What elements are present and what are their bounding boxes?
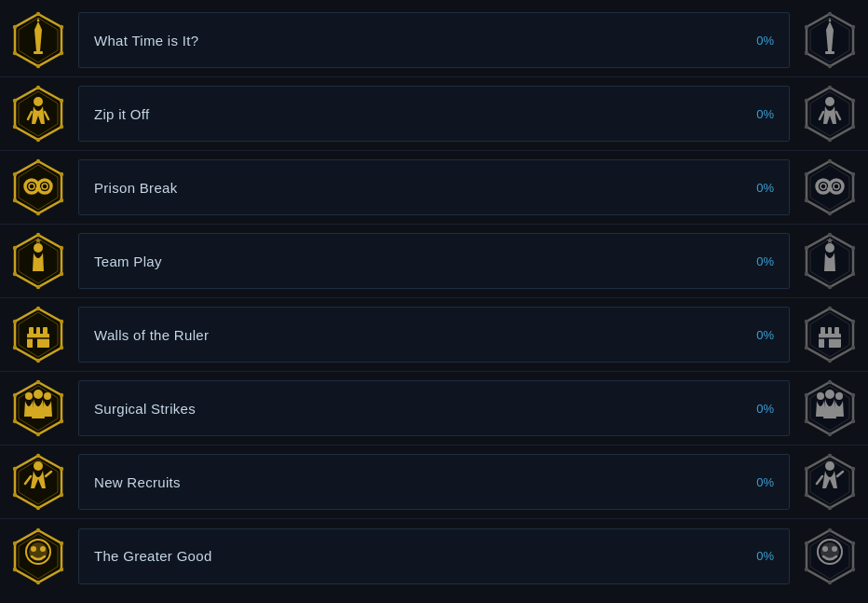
achievement-row-new-recruits[interactable]: New Recruits 0% [0,445,868,519]
achievement-name-team-play: Team Play [94,254,162,269]
svg-point-35 [828,86,832,89]
svg-point-165 [60,541,63,544]
svg-point-108 [851,346,855,349]
svg-point-123 [36,432,40,436]
svg-point-134 [828,432,832,436]
svg-point-138 [825,390,834,399]
badge-right-prison-break [792,151,868,225]
svg-rect-9 [34,51,43,54]
svg-point-133 [851,419,855,423]
svg-point-47 [60,172,63,176]
badge-right-the-greater-good [792,519,868,593]
svg-point-139 [835,392,843,400]
svg-point-6 [13,51,17,55]
svg-point-172 [31,546,36,552]
svg-point-124 [13,419,17,423]
svg-point-18 [805,25,808,29]
svg-point-143 [60,467,63,471]
achievement-name-walls-of-the-ruler: Walls of the Ruler [94,327,209,343]
achievement-content-prison-break: Prison Break 0% [78,159,790,215]
svg-rect-112 [819,334,841,348]
achievement-name-surgical-strikes: Surgical Strikes [94,401,196,417]
achievement-percent-surgical-strikes: 0% [740,402,774,416]
achievement-row-prison-break[interactable]: Prison Break 0% [0,151,868,225]
svg-rect-102 [33,338,37,348]
svg-point-93 [60,320,63,323]
svg-point-106 [828,307,832,310]
svg-point-166 [60,567,63,570]
svg-point-122 [60,419,63,423]
achievement-row-team-play[interactable]: Team Play 0% [0,225,868,298]
svg-point-59 [828,159,832,163]
achievement-content-new-recruits: New Recruits 0% [78,454,790,510]
svg-point-83 [851,246,855,250]
svg-point-148 [34,461,43,471]
svg-point-38 [828,138,832,142]
svg-point-131 [828,380,832,384]
svg-point-173 [40,546,46,552]
achievement-row-the-greater-good[interactable]: The Greater Good 0% [0,519,868,593]
svg-point-24 [36,86,40,89]
badge-right-team-play [792,225,868,298]
achievement-row-walls-of-the-ruler[interactable]: Walls of the Ruler 0% [0,298,868,372]
svg-rect-99 [29,327,34,336]
svg-point-88 [825,243,834,253]
svg-point-77 [13,246,17,250]
svg-point-142 [36,454,40,458]
svg-point-78 [34,243,43,253]
svg-point-73 [60,246,63,250]
svg-point-96 [13,346,17,349]
svg-point-111 [805,320,808,323]
svg-rect-114 [828,327,832,336]
svg-point-179 [828,580,832,583]
badge-right-what-time-is-it [792,4,868,77]
achievement-name-the-greater-good: The Greater Good [94,548,212,564]
svg-point-121 [60,393,63,397]
svg-point-110 [805,346,808,349]
achievement-row-zip-it-off[interactable]: Zip it Off 0% [0,77,868,151]
svg-point-50 [13,199,17,202]
svg-point-127 [34,390,43,399]
svg-point-72 [36,233,40,237]
svg-point-25 [60,99,63,103]
svg-point-49 [36,212,40,215]
badge-left-zip-it-off [0,77,76,151]
achievement-row-surgical-strikes[interactable]: Surgical Strikes 0% [0,372,868,445]
svg-point-37 [851,125,855,129]
svg-point-146 [13,493,17,497]
achievement-content-the-greater-good: The Greater Good 0% [78,528,790,584]
svg-point-132 [851,393,855,397]
svg-point-97 [13,320,17,323]
svg-rect-115 [834,327,839,336]
svg-point-87 [805,246,808,250]
svg-point-62 [828,212,832,215]
svg-rect-98 [27,334,49,348]
badge-right-surgical-strikes [792,372,868,445]
svg-point-3 [60,25,63,29]
achievement-name-what-time-is-it: What Time is It? [94,33,198,48]
achievement-percent-team-play: 0% [740,254,774,268]
achievement-percent-prison-break: 0% [740,181,774,195]
svg-point-75 [36,285,40,289]
achievement-content-walls-of-the-ruler: Walls of the Ruler 0% [78,307,790,363]
achievement-row-what-time-is-it[interactable]: What Time is It? 0% [0,4,868,77]
svg-point-36 [851,99,855,103]
svg-point-16 [828,64,832,68]
svg-point-48 [60,199,63,202]
svg-point-178 [851,567,855,570]
svg-point-157 [805,493,808,497]
svg-point-92 [36,307,40,310]
svg-point-136 [805,393,808,397]
badge-left-the-greater-good [0,519,76,593]
svg-point-13 [828,12,832,16]
svg-point-176 [828,528,832,531]
achievement-name-zip-it-off: Zip it Off [94,106,149,122]
achievement-percent-zip-it-off: 0% [740,107,774,121]
svg-rect-116 [824,338,829,348]
svg-point-2 [36,12,40,16]
svg-point-168 [13,567,17,570]
svg-rect-101 [43,327,47,336]
svg-point-109 [828,359,832,363]
svg-point-85 [828,285,832,289]
svg-point-120 [36,380,40,384]
